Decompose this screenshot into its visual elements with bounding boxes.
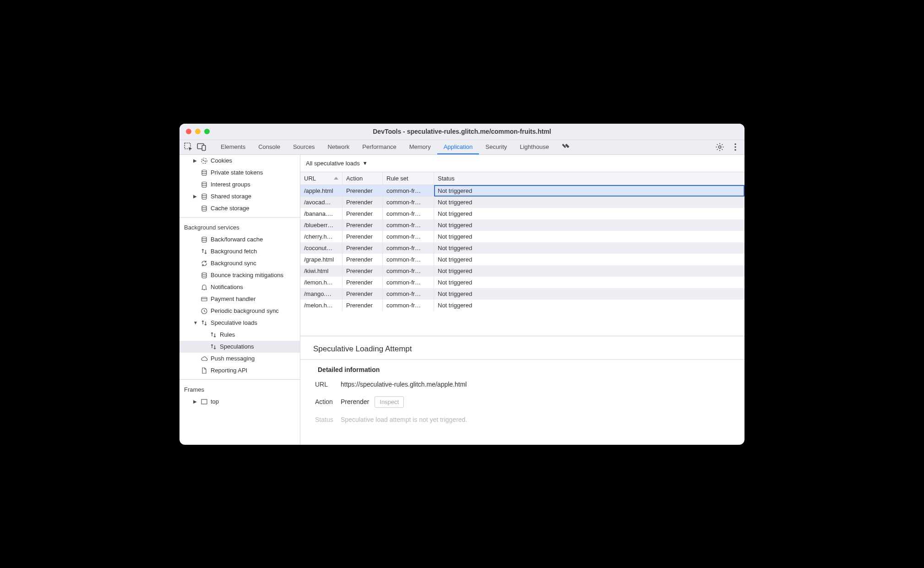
cell-ruleset: common-fr…: [383, 242, 434, 254]
more-tabs-icon[interactable]: [561, 142, 570, 152]
sidebar-item-bounce-tracking-mitigations[interactable]: Bounce tracking mitigations: [179, 269, 300, 281]
sidebar-item-payment-handler[interactable]: Payment handler: [179, 293, 300, 305]
panel-tabs: ElementsConsoleSourcesNetworkPerformance…: [214, 140, 555, 154]
cell-status: Not triggered: [434, 231, 745, 242]
sidebar-item-reporting-api[interactable]: Reporting API: [179, 365, 300, 377]
background-services-heading: Background services: [179, 220, 300, 234]
speculations-pane: All speculative loads ▼ URL Action Rule …: [300, 155, 745, 445]
cell-url: /melon.h…: [300, 300, 342, 311]
table-row[interactable]: /cherry.h…Prerendercommon-fr…Not trigger…: [300, 231, 745, 242]
sidebar-item-label: Bounce tracking mitigations: [211, 272, 283, 279]
divider: [179, 379, 300, 380]
tab-console[interactable]: Console: [252, 140, 287, 154]
sidebar-item-speculations[interactable]: Speculations: [179, 341, 300, 353]
cell-action: Prerender: [342, 300, 383, 311]
tab-elements[interactable]: Elements: [214, 140, 252, 154]
svg-point-4: [734, 143, 736, 145]
svg-rect-18: [201, 399, 207, 404]
cell-ruleset: common-fr…: [383, 265, 434, 277]
sync-icon: [201, 260, 208, 267]
cell-status: Not triggered: [434, 185, 745, 197]
cell-url: /banana.…: [300, 208, 342, 219]
cell-action: Prerender: [342, 242, 383, 254]
sidebar-item-label: Cookies: [211, 157, 232, 164]
cell-ruleset: common-fr…: [383, 219, 434, 231]
close-button[interactable]: [186, 129, 191, 134]
table-row[interactable]: /blueberr…Prerendercommon-fr…Not trigger…: [300, 219, 745, 231]
cell-url: /mango.…: [300, 288, 342, 300]
cell-ruleset: common-fr…: [383, 208, 434, 219]
svg-point-6: [734, 149, 736, 151]
detail-panel: Speculative Loading Attempt Detailed inf…: [300, 336, 745, 445]
table-row[interactable]: /banana.…Prerendercommon-fr…Not triggere…: [300, 208, 745, 219]
sidebar-item-back-forward-cache[interactable]: Back/forward cache: [179, 234, 300, 246]
titlebar: DevTools - speculative-rules.glitch.me/c…: [179, 124, 745, 140]
sidebar-item-background-fetch[interactable]: Background fetch: [179, 246, 300, 257]
sidebar-item-shared-storage[interactable]: ▶Shared storage: [179, 191, 300, 202]
sidebar-item-top[interactable]: ▶top: [179, 396, 300, 408]
sidebar-item-private-state-tokens[interactable]: Private state tokens: [179, 167, 300, 179]
sidebar-item-cookies[interactable]: ▶Cookies: [179, 155, 300, 167]
table-row[interactable]: /lemon.h…Prerendercommon-fr…Not triggere…: [300, 277, 745, 288]
sidebar-item-push-messaging[interactable]: Push messaging: [179, 353, 300, 365]
column-header-ruleset[interactable]: Rule set: [383, 172, 434, 185]
device-toolbar-icon[interactable]: [197, 142, 206, 152]
cell-ruleset: common-fr…: [383, 277, 434, 288]
table-row[interactable]: /melon.h…Prerendercommon-fr…Not triggere…: [300, 300, 745, 311]
cell-status: Not triggered: [434, 197, 745, 208]
tab-network[interactable]: Network: [321, 140, 356, 154]
tab-performance[interactable]: Performance: [356, 140, 402, 154]
cell-action: Prerender: [342, 277, 383, 288]
table-row[interactable]: /coconut…Prerendercommon-fr…Not triggere…: [300, 242, 745, 254]
inspect-element-icon[interactable]: [184, 142, 193, 152]
cell-url: /cherry.h…: [300, 231, 342, 242]
column-header-url[interactable]: URL: [300, 172, 342, 185]
table-row[interactable]: /kiwi.htmlPrerendercommon-fr…Not trigger…: [300, 265, 745, 277]
cell-action: Prerender: [342, 288, 383, 300]
table-row[interactable]: /mango.…Prerendercommon-fr…Not triggered: [300, 288, 745, 300]
cloud-icon: [201, 355, 208, 362]
svg-point-3: [718, 146, 721, 148]
sidebar-item-interest-groups[interactable]: Interest groups: [179, 179, 300, 191]
main-toolbar: ElementsConsoleSourcesNetworkPerformance…: [179, 140, 745, 155]
filter-dropdown-label[interactable]: All speculative loads: [306, 160, 360, 167]
cell-url: /coconut…: [300, 242, 342, 254]
sidebar-item-background-sync[interactable]: Background sync: [179, 257, 300, 269]
zoom-button[interactable]: [204, 129, 210, 134]
tab-application[interactable]: Application: [437, 140, 479, 154]
dropdown-arrow-icon[interactable]: ▼: [363, 160, 368, 166]
tab-sources[interactable]: Sources: [287, 140, 321, 154]
speculations-table: URL Action Rule set Status /apple.htmlPr…: [300, 172, 745, 336]
table-row[interactable]: /grape.htmlPrerendercommon-fr…Not trigge…: [300, 254, 745, 265]
window-title: DevTools - speculative-rules.glitch.me/c…: [373, 128, 551, 135]
sidebar-item-rules[interactable]: Rules: [179, 329, 300, 341]
sidebar-item-speculative-loads[interactable]: ▼Speculative loads: [179, 317, 300, 329]
cell-url: /apple.html: [300, 185, 342, 197]
column-header-status[interactable]: Status: [434, 172, 745, 185]
inspect-button[interactable]: Inspect: [375, 396, 404, 408]
tab-lighthouse[interactable]: Lighthouse: [513, 140, 555, 154]
tab-memory[interactable]: Memory: [403, 140, 437, 154]
cell-action: Prerender: [342, 231, 383, 242]
table-row[interactable]: /apple.htmlPrerendercommon-fr…Not trigge…: [300, 185, 745, 197]
updown-icon: [201, 319, 208, 327]
detail-url-row: URL https://speculative-rules.glitch.me/…: [313, 381, 732, 388]
sidebar-item-label: Cache storage: [211, 205, 250, 212]
cell-ruleset: common-fr…: [383, 300, 434, 311]
sidebar-item-notifications[interactable]: Notifications: [179, 281, 300, 293]
sidebar-item-periodic-background-sync[interactable]: Periodic background sync: [179, 305, 300, 317]
sort-asc-icon: [334, 177, 338, 180]
column-header-action[interactable]: Action: [342, 172, 383, 185]
kebab-menu-icon[interactable]: [731, 142, 740, 152]
settings-icon[interactable]: [715, 142, 724, 152]
updown-icon: [201, 248, 208, 255]
table-body: /apple.htmlPrerendercommon-fr…Not trigge…: [300, 185, 745, 336]
table-row[interactable]: /avocad…Prerendercommon-fr…Not triggered: [300, 197, 745, 208]
minimize-button[interactable]: [195, 129, 201, 134]
content: ▶CookiesPrivate state tokensInterest gro…: [179, 155, 745, 445]
tab-security[interactable]: Security: [479, 140, 513, 154]
sidebar-item-label: Interest groups: [211, 181, 250, 188]
cell-status: Not triggered: [434, 254, 745, 265]
doc-icon: [201, 367, 208, 374]
sidebar-item-cache-storage[interactable]: Cache storage: [179, 202, 300, 214]
